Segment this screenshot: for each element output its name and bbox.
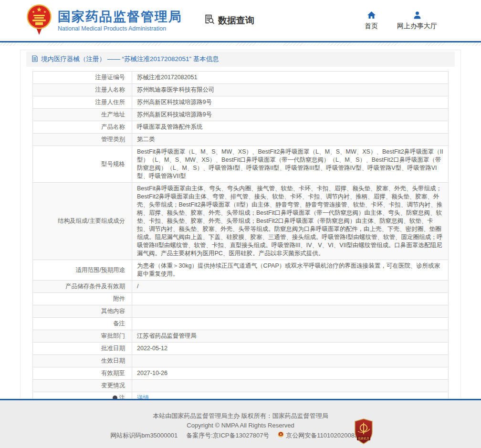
row-value: [132, 293, 449, 305]
row-label: 审批部门: [33, 330, 132, 343]
brand: 国家药品监督管理局 National Medical Products Admi…: [26, 4, 182, 37]
breadcrumb: 境内医疗器械（注册） —— “苏械注准20172082051” 基本信息: [26, 52, 455, 67]
row-value: 苏州凯迪泰医学科技有限公司: [132, 84, 449, 96]
table-row: 附件: [33, 293, 449, 305]
row-label: 批准日期: [33, 343, 132, 355]
row-value: 2022-05-12: [132, 343, 449, 355]
gov-badge-text: 党政机关: [358, 437, 370, 440]
page-icon: [32, 55, 38, 63]
row-value: 第二类: [132, 134, 449, 146]
table-row: 批准日期2022-05-12: [33, 343, 449, 355]
gov-shield-badge: 党政机关: [354, 418, 373, 446]
table-row: 产品名称呼吸面罩及管路配件系统: [33, 121, 449, 134]
row-label: 生效日期: [33, 355, 132, 367]
table-row: 审批部门江苏省药品监督管理局: [33, 330, 449, 343]
nav-home[interactable]: 首页: [365, 11, 378, 31]
table-row: 注册人住所苏州高新区科技城培源路9号: [33, 96, 449, 109]
row-label: 产品储存条件及有效期: [33, 281, 132, 293]
table-row: 生效日期: [33, 355, 449, 367]
table-row: 型号规格BestFit鼻呼吸面罩（L、M、S、MW、XS）、BestFit2鼻呼…: [33, 146, 449, 183]
row-value: 苏州高新区科技城培源路9号: [132, 96, 449, 109]
row-value: 苏械注准20172082051: [132, 72, 449, 84]
table-row: 有效期至2027-10-26: [33, 367, 449, 380]
site-code: 网站标识码bm35000001: [110, 431, 178, 440]
row-value: [132, 355, 449, 367]
hatch-strip: [0, 42, 481, 46]
row-label: 适用范围/预期用途: [33, 260, 132, 281]
nav-home-label: 首页: [365, 22, 378, 31]
row-label: 备注: [33, 318, 132, 330]
row-value: [132, 318, 449, 330]
row-value: 苏州高新区科技城培源路9号: [132, 109, 449, 121]
nmpa-emblem-icon: [26, 4, 52, 37]
table-row: 注册证编号苏械注准20172082051: [33, 72, 449, 84]
registration-info-table: 注册证编号苏械注准20172082051注册人名称苏州凯迪泰医学科技有限公司注册…: [32, 71, 449, 405]
row-label: 有效期至: [33, 367, 132, 380]
row-value: [132, 305, 449, 318]
nav-hall-label: 网上办事大厅: [397, 22, 437, 31]
user-icon: [413, 11, 422, 21]
footer-text: 本站由国家药品监督管理局主办 版权所有：国家药品监督管理局 Copyright …: [0, 400, 481, 440]
row-value: 呼吸面罩及管路配件系统: [132, 121, 449, 134]
row-label: 其他内容: [33, 305, 132, 318]
row-value: /: [132, 281, 449, 293]
brand-text: 国家药品监督管理局 National Medical Products Admi…: [58, 10, 182, 32]
row-label: 产品名称: [33, 121, 132, 134]
row-label: 管理类别: [33, 134, 132, 146]
table-row: 注册人名称苏州凯迪泰医学科技有限公司: [33, 84, 449, 96]
footer-line2: Copyright © NMPA All Rights Reserved: [0, 421, 481, 430]
module-title: 数据查询: [218, 14, 254, 27]
footer-line3: 网站标识码bm35000001 备案序号:京ICP备13027807号 京公网安…: [0, 431, 481, 440]
site-footer: 本站由国家药品监督管理局主办 版权所有：国家药品监督管理局 Copyright …: [0, 399, 481, 448]
site-header: 国家药品监督管理局 National Medical Products Admi…: [0, 0, 481, 41]
agency-subtitle: National Medical Products Administration: [58, 25, 182, 32]
doc-search-icon: [204, 14, 215, 27]
table-row: 管理类别第二类: [33, 134, 449, 146]
table-row: 适用范围/预期用途为患者（体重＞30kg）提供持续正压气道通气（CPAP）或双水…: [33, 260, 449, 281]
table-row: 其他内容: [33, 305, 449, 318]
table-row: 变更情况: [33, 380, 449, 392]
row-value: BestFit鼻呼吸面罩由主体、弯头、弯头内圈、接气管、软垫、卡环、卡扣、眉撑、…: [132, 183, 449, 260]
row-value: 为患者（体重＞30kg）提供持续正压气道通气（CPAP）或双水平呼吸机治疗的界面…: [132, 260, 449, 281]
row-value: BestFit鼻呼吸面罩（L、M、S、MW、XS）、BestFit2鼻呼吸面罩（…: [132, 146, 449, 183]
row-label: 注册人名称: [33, 84, 132, 96]
row-label: 生产地址: [33, 109, 132, 121]
icp-record-link[interactable]: 备案序号:京ICP备13027807号: [186, 431, 269, 440]
home-icon: [367, 11, 376, 21]
row-label: 型号规格: [33, 146, 132, 183]
table-row: 生产地址苏州高新区科技城培源路9号: [33, 109, 449, 121]
nav-service-hall[interactable]: 网上办事大厅: [397, 11, 437, 31]
agency-title: 国家药品监督管理局: [58, 10, 182, 24]
row-label: 注册人住所: [33, 96, 132, 109]
breadcrumb-text: 境内医疗器械（注册） —— “苏械注准20172082051” 基本信息: [41, 55, 219, 63]
row-label: 结构及组成/主要组成成分: [33, 183, 132, 260]
row-value: [132, 380, 449, 392]
row-label: 附件: [33, 293, 132, 305]
table-row: 产品储存条件及有效期/: [33, 281, 449, 293]
row-label: 变更情况: [33, 380, 132, 392]
row-label: 注册证编号: [33, 72, 132, 84]
footer-line1: 本站由国家药品监督管理局主办 版权所有：国家药品监督管理局: [0, 411, 481, 421]
police-badge-icon: [278, 431, 284, 440]
table-row: 结构及组成/主要组成成分BestFit鼻呼吸面罩由主体、弯头、弯头内圈、接气管、…: [33, 183, 449, 260]
row-value: 江苏省药品监督管理局: [132, 330, 449, 343]
data-query-module[interactable]: 数据查询: [204, 14, 254, 27]
table-row: 备注: [33, 318, 449, 330]
header-nav: 首页 网上办事大厅: [365, 11, 437, 31]
content-card: 境内医疗器械（注册） —— “苏械注准20172082051” 基本信息 注册证…: [20, 50, 461, 412]
row-value: 2027-10-26: [132, 367, 449, 380]
